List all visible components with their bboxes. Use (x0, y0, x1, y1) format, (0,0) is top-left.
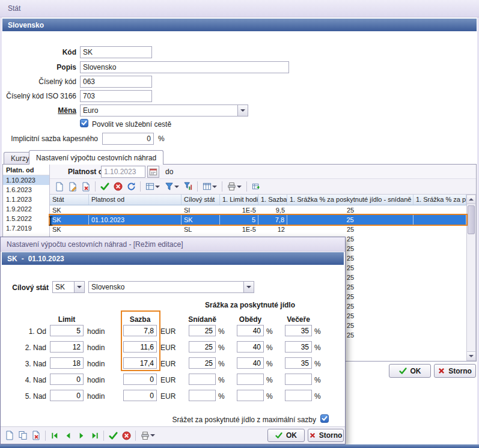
view-icon (145, 182, 154, 191)
ciselny-kod-iso-input[interactable] (80, 90, 152, 102)
nav-prev-button[interactable] (61, 429, 75, 442)
dialog-storno-button[interactable]: Storno (308, 429, 344, 442)
confirm-button[interactable] (106, 429, 120, 442)
cancel-button[interactable] (111, 180, 124, 193)
platnost-od-input[interactable] (101, 166, 145, 178)
lunch-input[interactable] (237, 341, 264, 353)
table-row[interactable]: SK SI 1E-5 9,5 25 (50, 205, 466, 215)
dinner-input[interactable] (285, 357, 312, 369)
percent-unit: % (218, 392, 225, 401)
popis-input[interactable] (80, 61, 289, 73)
export-button[interactable] (249, 180, 263, 193)
kod-input[interactable] (80, 46, 152, 58)
cilovy-stat-code-dropdown[interactable] (74, 282, 84, 292)
delete-record-button[interactable] (29, 429, 43, 442)
validity-date-item[interactable]: 1.7.2019 (3, 223, 49, 233)
nav-next-button[interactable] (75, 429, 88, 442)
validity-date-item[interactable]: 1.6.2023 (3, 185, 49, 195)
percent-unit: % (314, 327, 321, 336)
ciselny-kod-input[interactable] (80, 76, 152, 88)
lunch-input[interactable] (237, 390, 264, 401)
print-button[interactable] (225, 180, 244, 193)
scrollbar-up-button[interactable] (467, 195, 475, 204)
rate-input[interactable] (123, 374, 157, 385)
povolit-checkbox[interactable] (80, 119, 88, 127)
new-record-button[interactable] (3, 429, 16, 442)
nav-first-button[interactable] (48, 429, 61, 442)
tab-nastaveni-label: Nastavení výpočtu cestovních náhrad (36, 154, 156, 162)
nav-last-button[interactable] (88, 429, 101, 442)
dinner-input[interactable] (285, 341, 312, 353)
refresh-button[interactable] (124, 180, 138, 193)
column-header-srazka-snidane[interactable]: 1. Srážka % za poskytnuté jídlo - snídan… (287, 195, 413, 205)
column-header-cilovy-stat[interactable]: Cílový stát (182, 195, 220, 205)
kapesne-input[interactable] (102, 133, 154, 145)
breakfast-input[interactable] (189, 341, 216, 353)
copy-record-button[interactable] (16, 429, 29, 442)
breakfast-input[interactable] (189, 374, 216, 385)
delete-record-button[interactable] (79, 180, 93, 193)
storno-button[interactable]: Storno (434, 364, 476, 378)
cilovy-stat-name-dropdown[interactable] (243, 282, 254, 292)
limit-hours-input[interactable] (50, 357, 84, 369)
grid-scrollbar[interactable] (466, 195, 476, 361)
cilovy-stat-code-combo[interactable]: SK (52, 281, 85, 293)
limit-hours-input[interactable] (50, 390, 84, 401)
validity-date-item[interactable]: 1.1.2023 (3, 195, 49, 204)
chevron-down-icon (155, 186, 160, 188)
lunch-input[interactable] (237, 325, 264, 336)
cilovy-stat-name-combo[interactable]: Slovensko (88, 281, 254, 293)
dinner-input[interactable] (285, 325, 312, 336)
cancel-button[interactable] (120, 429, 133, 442)
cell-srazka-snidane: 25 (287, 205, 413, 215)
lunch-input[interactable] (237, 357, 264, 369)
dialog-ok-button[interactable]: OK (267, 429, 305, 442)
column-header-platnost-od[interactable]: Platnost od (89, 195, 182, 205)
breakfast-input[interactable] (189, 357, 216, 369)
validity-date-item[interactable]: 1.5.2022 (3, 214, 49, 223)
columns-button[interactable] (200, 180, 219, 193)
rate-input[interactable] (123, 357, 157, 369)
print-button[interactable] (138, 429, 157, 442)
column-header-limit[interactable]: 1. Limit hodin (220, 195, 258, 205)
limit-hours-input[interactable] (50, 374, 84, 385)
calendar-button[interactable] (147, 166, 159, 178)
breakfast-input[interactable] (189, 325, 216, 336)
column-header-sazba[interactable]: 1. Sazba (258, 195, 287, 205)
filter-button[interactable] (162, 180, 182, 193)
dinner-column-header: Večeře (279, 315, 318, 324)
window-titlebar: Stát (0, 0, 479, 17)
limit-hours-input[interactable] (50, 341, 84, 353)
nav-prev-icon (64, 431, 73, 440)
table-row[interactable]: SK 01.10.2023 SK 5 7,8 25 (50, 215, 466, 225)
cell-srazka-2 (413, 205, 466, 215)
limit-hours-input[interactable] (50, 325, 84, 336)
new-record-button[interactable] (53, 180, 66, 193)
rate-input[interactable] (123, 325, 157, 336)
lunch-input[interactable] (237, 374, 264, 385)
ok-button[interactable]: OK (389, 364, 431, 378)
dinner-input[interactable] (285, 374, 312, 385)
column-header-srazka-2[interactable]: 1. Srážka % za pos (413, 195, 466, 205)
confirm-button[interactable] (98, 180, 111, 193)
tab-nastaveni-nahrad[interactable]: Nastavení výpočtu cestovních náhrad (29, 150, 163, 165)
table-row[interactable]: SK SL 1E-5 12 25 (50, 225, 466, 234)
scrollbar-down-button[interactable] (467, 351, 475, 360)
view-button[interactable] (143, 180, 162, 193)
mena-combo[interactable]: Euro (80, 104, 248, 117)
validity-date-item[interactable]: 1.10.2023 (3, 175, 49, 185)
meal-deduction-section-title: Srážka za poskytnuté jídlo (160, 301, 340, 309)
edit-record-button[interactable] (66, 180, 79, 193)
validity-date-item[interactable]: 1.9.2022 (3, 204, 49, 214)
column-header-stat[interactable]: Stát (50, 195, 89, 205)
max-rate-checkbox[interactable] (320, 414, 329, 423)
filter-chart-button[interactable] (182, 180, 195, 193)
mena-dropdown-button[interactable] (237, 105, 248, 116)
breakfast-input[interactable] (189, 390, 216, 401)
dinner-input[interactable] (285, 390, 312, 401)
rate-input[interactable] (123, 390, 157, 401)
rate-input[interactable] (123, 341, 157, 353)
scrollbar-thumb[interactable] (468, 205, 475, 234)
cell-stat: SK (50, 205, 89, 215)
mena-label[interactable]: Měna (0, 106, 76, 115)
